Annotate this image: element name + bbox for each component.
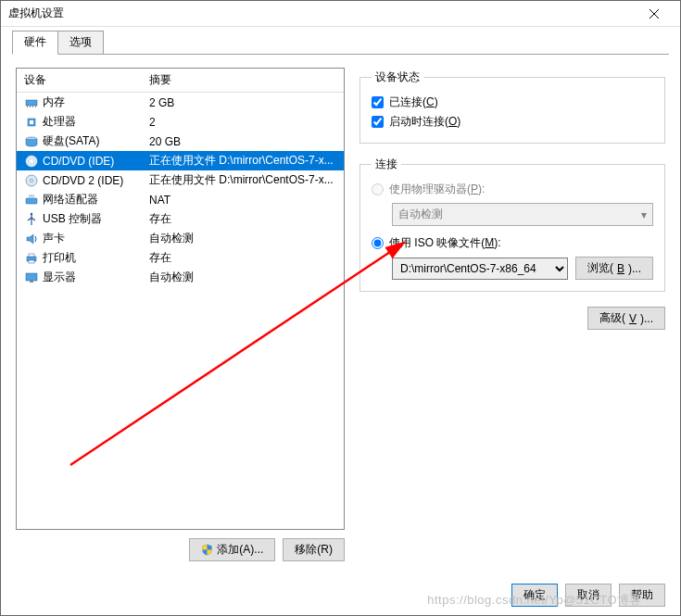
device-name: 显示器: [43, 270, 76, 285]
svg-rect-19: [30, 281, 33, 283]
device-summary: 正在使用文件 D:\mirror\CentOS-7-x...: [149, 153, 336, 169]
iso-path-select[interactable]: D:\mirror\CentOS-7-x86_64: [392, 258, 568, 280]
add-device-button[interactable]: 添加(A)...: [189, 538, 275, 561]
printer-icon: [24, 251, 39, 266]
device-list-header: 设备 摘要: [17, 69, 344, 93]
device-row[interactable]: USB 控制器存在: [17, 209, 344, 229]
device-row[interactable]: CD/DVD 2 (IDE)正在使用文件 D:\mirror\CentOS-7-…: [17, 170, 344, 190]
device-name: 网络适配器: [43, 192, 98, 207]
svg-rect-18: [26, 273, 37, 281]
connection-group: 连接 使用物理驱动器(P): 自动检测 ▾ 使用 ISO 映像文件(M):: [359, 157, 665, 292]
device-name: 硬盘(SATA): [43, 133, 100, 149]
device-cell: 打印机: [24, 250, 149, 266]
device-name: CD/DVD (IDE): [43, 155, 114, 168]
vm-settings-dialog: 虚拟机设置 硬件 选项 设备 摘要 内存2 GB处理器2硬盘(SATA)20 G…: [0, 0, 681, 616]
svg-rect-6: [30, 120, 33, 124]
physical-drive-label: 使用物理驱动器(P):: [389, 182, 485, 197]
memory-icon: [24, 95, 39, 110]
iso-path-row: D:\mirror\CentOS-7-x86_64 浏览(B)...: [392, 257, 653, 280]
add-button-label: 添加(A)...: [217, 542, 263, 558]
device-name: 声卡: [43, 231, 65, 246]
ok-button[interactable]: 确定: [511, 584, 558, 607]
svg-rect-3: [32, 106, 33, 107]
device-cell: CD/DVD (IDE): [24, 154, 149, 169]
device-cell: 内存: [24, 94, 149, 110]
svg-rect-16: [29, 254, 34, 257]
svg-rect-0: [26, 100, 37, 106]
connect-at-power-label: 启动时连接(O): [389, 114, 460, 130]
iso-radio-label: 使用 ISO 映像文件(M):: [389, 235, 501, 251]
cd-icon: [24, 154, 39, 169]
device-name: USB 控制器: [43, 211, 102, 227]
connect-at-power-checkbox-row[interactable]: 启动时连接(O): [372, 112, 653, 132]
device-row[interactable]: CD/DVD (IDE)正在使用文件 D:\mirror\CentOS-7-x.…: [17, 151, 344, 170]
device-cell: CD/DVD 2 (IDE): [24, 173, 149, 188]
svg-rect-1: [27, 106, 28, 107]
footer: 确定 取消 帮助: [1, 574, 680, 615]
header-summary: 摘要: [142, 69, 344, 92]
right-column: 设备状态 已连接(C) 启动时连接(O) 连接 使用物理驱动器(P):: [359, 68, 665, 569]
window-title: 虚拟机设置: [8, 6, 636, 21]
left-column: 设备 摘要 内存2 GB处理器2硬盘(SATA)20 GBCD/DVD (IDE…: [16, 68, 345, 569]
cd-icon: [24, 173, 39, 188]
device-summary: 2: [149, 116, 336, 129]
device-name: 内存: [43, 94, 65, 110]
device-cell: 显示器: [24, 270, 149, 285]
connected-checkbox[interactable]: [372, 96, 384, 108]
device-summary: 正在使用文件 D:\mirror\CentOS-7-x...: [149, 172, 336, 188]
device-summary: 自动检测: [149, 231, 336, 246]
net-icon: [24, 193, 39, 207]
cancel-button[interactable]: 取消: [565, 584, 612, 607]
physical-drive-radio[interactable]: [372, 183, 384, 195]
device-cell: 处理器: [24, 114, 149, 130]
tab-options[interactable]: 选项: [57, 31, 104, 54]
tabs: 硬件 选项: [12, 34, 669, 55]
device-row[interactable]: 硬盘(SATA)20 GB: [17, 132, 344, 151]
device-cell: 声卡: [24, 231, 149, 246]
device-row[interactable]: 显示器自动检测: [17, 268, 344, 287]
device-list: 设备 摘要 内存2 GB处理器2硬盘(SATA)20 GBCD/DVD (IDE…: [16, 68, 345, 530]
browse-button[interactable]: 浏览(B)...: [575, 257, 653, 280]
header-device: 设备: [17, 69, 142, 92]
device-row[interactable]: 网络适配器NAT: [17, 190, 344, 209]
device-row[interactable]: 打印机存在: [17, 248, 344, 268]
usb-icon: [24, 212, 39, 227]
device-summary: NAT: [149, 194, 336, 207]
device-status-group: 设备状态 已连接(C) 启动时连接(O): [359, 69, 665, 144]
remove-device-button[interactable]: 移除(R): [283, 538, 345, 561]
physical-drive-radio-row[interactable]: 使用物理驱动器(P):: [372, 180, 653, 199]
close-icon: [647, 6, 662, 21]
disk-icon: [24, 134, 39, 149]
device-row[interactable]: 内存2 GB: [17, 93, 344, 112]
titlebar: 虚拟机设置: [1, 1, 680, 27]
svg-rect-2: [30, 106, 31, 107]
connect-at-power-checkbox[interactable]: [372, 116, 384, 128]
content-area: 硬件 选项 设备 摘要 内存2 GB处理器2硬盘(SATA)20 GBCD/DV…: [1, 27, 680, 574]
iso-radio-row[interactable]: 使用 ISO 映像文件(M):: [372, 233, 653, 253]
advanced-button[interactable]: 高级(V)...: [587, 307, 665, 330]
device-list-body[interactable]: 内存2 GB处理器2硬盘(SATA)20 GBCD/DVD (IDE)正在使用文…: [17, 93, 344, 529]
device-name: CD/DVD 2 (IDE): [43, 174, 123, 187]
sound-icon: [24, 232, 39, 246]
connected-checkbox-row[interactable]: 已连接(C): [372, 93, 653, 112]
device-row[interactable]: 声卡自动检测: [17, 229, 344, 248]
device-summary: 20 GB: [149, 135, 336, 148]
tab-hardware[interactable]: 硬件: [12, 31, 58, 55]
svg-rect-13: [29, 195, 34, 198]
close-button[interactable]: [636, 2, 673, 26]
physical-drive-dropdown-wrap: 自动检测 ▾: [392, 203, 653, 226]
connection-legend: 连接: [372, 157, 401, 172]
svg-rect-12: [26, 198, 37, 204]
physical-drive-dropdown: 自动检测 ▾: [392, 203, 653, 226]
device-cell: 网络适配器: [24, 192, 149, 207]
device-summary: 自动检测: [149, 270, 336, 285]
cpu-icon: [24, 115, 39, 130]
help-button[interactable]: 帮助: [619, 584, 665, 607]
physical-drive-value: 自动检测: [398, 207, 443, 222]
device-cell: USB 控制器: [24, 211, 149, 227]
device-row[interactable]: 处理器2: [17, 112, 344, 132]
device-summary: 存在: [149, 211, 336, 227]
chevron-down-icon: ▾: [641, 208, 647, 221]
iso-radio[interactable]: [372, 237, 384, 249]
advanced-row: 高级(V)...: [359, 307, 665, 330]
